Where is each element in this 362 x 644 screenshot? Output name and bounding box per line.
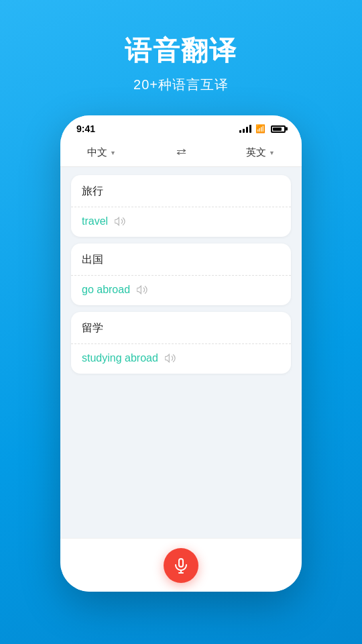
target-language-selector[interactable]: 英文 ▼ (246, 146, 275, 159)
source-lang-arrow-icon: ▼ (110, 150, 116, 156)
sound-icon-2[interactable] (137, 284, 152, 295)
wifi-icon: 📶 (255, 124, 265, 133)
translation-row-1: travel (71, 207, 291, 237)
translation-text-2: go abroad (82, 284, 130, 296)
source-text-1: 旅行 (71, 175, 291, 207)
signal-icon (239, 125, 251, 133)
translation-card-3[interactable]: 留学 studying abroad (71, 312, 291, 374)
phone-frame: 9:41 📶 中文 ▼ ⇄ 英文 ▼ 旅行 (60, 115, 302, 592)
battery-icon (271, 125, 286, 133)
sound-icon-1[interactable] (115, 216, 129, 227)
translation-row-2: go abroad (71, 276, 291, 305)
source-language-selector[interactable]: 中文 ▼ (87, 146, 116, 159)
source-text-2: 出国 (71, 244, 291, 276)
target-lang-arrow-icon: ▼ (269, 150, 275, 156)
microphone-button[interactable] (164, 548, 198, 583)
status-bar: 9:41 📶 (60, 115, 302, 138)
source-text-3: 留学 (71, 312, 291, 344)
page-title: 语音翻译 (125, 32, 237, 69)
microphone-icon (173, 557, 189, 574)
status-time: 9:41 (76, 123, 95, 134)
phone-bottom-bar (60, 538, 302, 592)
translation-text-3: studying abroad (82, 352, 158, 364)
source-language-label: 中文 (87, 146, 107, 159)
sound-icon-3[interactable] (165, 353, 180, 364)
status-icons: 📶 (239, 124, 286, 133)
page-subtitle: 20+种语言互译 (133, 76, 229, 94)
translation-card-1[interactable]: 旅行 travel (71, 175, 291, 237)
translation-list: 旅行 travel 出国 go abroad (60, 167, 302, 538)
translation-text-1: travel (82, 215, 108, 227)
translation-row-3: studying abroad (71, 344, 291, 374)
translation-card-2[interactable]: 出国 go abroad (71, 244, 291, 305)
target-language-label: 英文 (246, 146, 266, 159)
language-selector-bar: 中文 ▼ ⇄ 英文 ▼ (60, 138, 302, 167)
swap-languages-icon[interactable]: ⇄ (176, 147, 186, 157)
